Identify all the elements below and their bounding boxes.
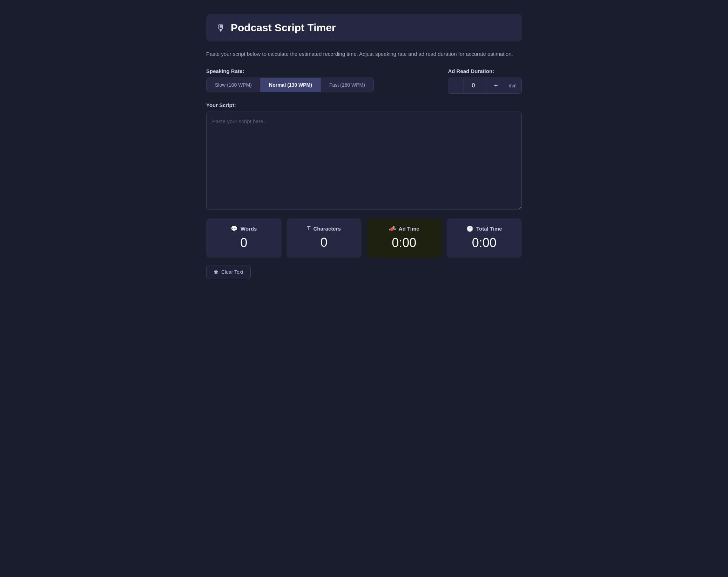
clear-text-button[interactable]: 🗑 Clear Text bbox=[206, 265, 251, 279]
script-label: Your Script: bbox=[206, 102, 522, 108]
app-title: Podcast Script Timer bbox=[231, 22, 336, 34]
stat-ad-time-value: 0:00 bbox=[392, 236, 416, 250]
stat-card-characters: T Characters 0 bbox=[287, 218, 362, 258]
stat-words-value: 0 bbox=[240, 236, 247, 250]
script-textarea[interactable] bbox=[206, 112, 522, 210]
speaking-rate-selector: Slow (100 WPM) Normal (130 WPM) Fast (16… bbox=[206, 78, 374, 92]
ad-read-unit: min bbox=[504, 78, 521, 93]
stat-characters-header: T Characters bbox=[307, 225, 341, 232]
total-time-icon: 🕐 bbox=[466, 225, 473, 232]
clear-text-label: Clear Text bbox=[221, 269, 243, 275]
characters-icon: T bbox=[307, 225, 311, 232]
stat-ad-time-header: 📣 Ad Time bbox=[389, 225, 419, 232]
script-section: Your Script: bbox=[206, 102, 522, 211]
stat-card-ad-time: 📣 Ad Time 0:00 bbox=[366, 218, 442, 258]
rate-slow-button[interactable]: Slow (100 WPM) bbox=[207, 78, 261, 92]
app-header: 🎙 Podcast Script Timer bbox=[206, 14, 522, 41]
app-container: 🎙 Podcast Script Timer Paste your script… bbox=[206, 14, 522, 279]
speaking-rate-group: Speaking Rate: Slow (100 WPM) Normal (13… bbox=[206, 68, 374, 92]
controls-row: Speaking Rate: Slow (100 WPM) Normal (13… bbox=[206, 68, 522, 94]
ad-read-plus-button[interactable]: + bbox=[488, 78, 504, 93]
speaking-rate-label: Speaking Rate: bbox=[206, 68, 374, 74]
ad-read-minus-button[interactable]: - bbox=[448, 78, 464, 93]
ad-read-group: Ad Read Duration: - + min bbox=[448, 68, 522, 94]
stat-total-time-value: 0:00 bbox=[472, 236, 497, 250]
stat-card-words: 💬 Words 0 bbox=[206, 218, 282, 258]
stat-total-time-label: Total Time bbox=[476, 226, 502, 232]
rate-fast-button[interactable]: Fast (160 WPM) bbox=[321, 78, 373, 92]
ad-time-icon: 📣 bbox=[389, 225, 396, 232]
stat-words-label: Words bbox=[241, 226, 257, 232]
stat-card-total-time: 🕐 Total Time 0:00 bbox=[447, 218, 522, 258]
stat-characters-value: 0 bbox=[321, 235, 328, 250]
ad-read-value-input[interactable] bbox=[464, 78, 488, 93]
ad-read-controls: - + min bbox=[448, 78, 522, 94]
app-description: Paste your script below to calculate the… bbox=[206, 50, 522, 58]
microphone-icon: 🎙 bbox=[216, 22, 226, 34]
ad-read-label: Ad Read Duration: bbox=[448, 68, 522, 74]
words-icon: 💬 bbox=[231, 225, 238, 232]
stat-total-time-header: 🕐 Total Time bbox=[466, 225, 502, 232]
stat-characters-label: Characters bbox=[313, 226, 341, 232]
rate-normal-button[interactable]: Normal (130 WPM) bbox=[261, 78, 321, 92]
trash-icon: 🗑 bbox=[214, 269, 218, 275]
stat-ad-time-label: Ad Time bbox=[399, 226, 419, 232]
stats-row: 💬 Words 0 T Characters 0 📣 Ad Time 0:00 … bbox=[206, 218, 522, 258]
stat-words-header: 💬 Words bbox=[231, 225, 257, 232]
